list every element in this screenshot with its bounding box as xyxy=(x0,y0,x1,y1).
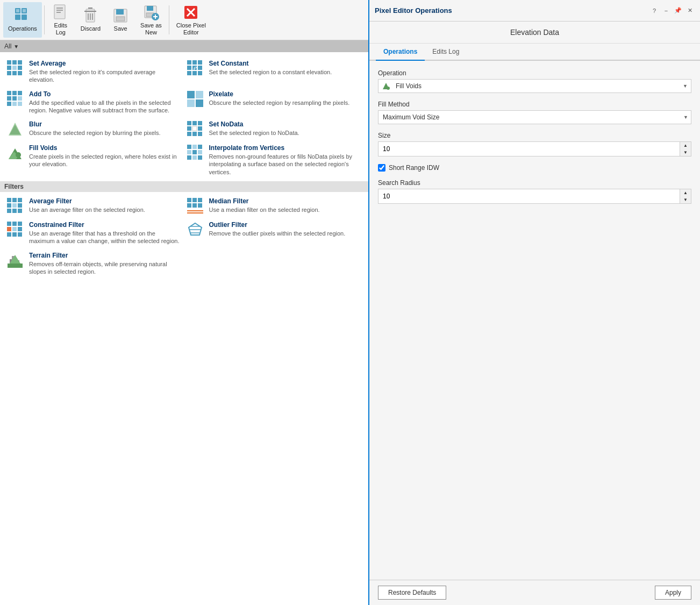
svg-rect-67 xyxy=(198,126,202,131)
svg-rect-58 xyxy=(187,99,195,107)
tab-edits-log[interactable]: Edits Log xyxy=(425,44,467,61)
svg-rect-34 xyxy=(7,71,11,75)
tabs: Operations Edits Log xyxy=(369,44,700,61)
help-button[interactable]: ? xyxy=(649,6,659,16)
size-input[interactable] xyxy=(378,142,680,156)
title-bar: Pixel Editor Operations ? − 📌 ✕ xyxy=(369,0,700,22)
svg-rect-107 xyxy=(12,232,17,237)
svg-rect-4 xyxy=(16,9,19,12)
all-bar[interactable]: All ▼ xyxy=(0,40,368,52)
svg-rect-80 xyxy=(187,155,191,160)
svg-rect-6 xyxy=(54,5,65,19)
save-as-new-icon xyxy=(142,4,160,21)
operation-select[interactable]: Fill Voids Set Average Set Constant Add … xyxy=(394,80,680,92)
interpolate-desc: Removes non-ground features or fills NoD… xyxy=(209,153,362,176)
restore-defaults-button[interactable]: Restore Defaults xyxy=(378,586,446,600)
pixelate-title: Pixelate xyxy=(209,90,362,98)
search-radius-label: Search Radius xyxy=(378,179,691,187)
op-outlier-filter[interactable]: Outlier Filter Remove the outlier pixels… xyxy=(184,218,365,248)
op-set-average[interactable]: Set Average Set the selected region to i… xyxy=(4,56,184,87)
svg-rect-51 xyxy=(12,96,17,101)
terrain-filter-title: Terrain Filter xyxy=(29,252,182,259)
size-label: Size xyxy=(378,132,691,139)
add-to-desc: Add the specified value to all the pixel… xyxy=(29,99,182,115)
svg-rect-31 xyxy=(7,66,11,70)
short-range-idw-row: Short Range IDW xyxy=(378,164,691,172)
set-nodata-text: Set NoData Set the selected region to No… xyxy=(209,120,362,137)
discard-button[interactable]: Discard xyxy=(76,2,105,38)
fill-method-field: Fill Method Maximum Void Size Natural Ne… xyxy=(378,101,691,124)
pixelate-desc: Obscure the selected region by resamplin… xyxy=(209,99,362,106)
interpolate-title: Interpolate from Vertices xyxy=(209,144,362,152)
svg-rect-30 xyxy=(18,60,22,65)
op-terrain-filter[interactable]: Terrain Filter Removes off-terrain objec… xyxy=(4,248,184,279)
op-constrained-filter[interactable]: Constrained Filter Use an average filter… xyxy=(4,218,184,248)
all-bar-label: All xyxy=(4,42,11,50)
separator-1 xyxy=(44,5,45,34)
set-average-icon xyxy=(6,60,24,77)
fill-method-select-wrapper: Maximum Void Size Natural Neighbor Krigi… xyxy=(378,110,691,124)
set-nodata-icon xyxy=(187,120,204,138)
title-bar-title: Pixel Editor Operations xyxy=(375,6,452,15)
op-add-to[interactable]: Add To Add the specified value to all th… xyxy=(4,87,184,118)
search-radius-spin-buttons: ▲ ▼ xyxy=(680,189,691,203)
interpolate-text: Interpolate from Vertices Removes non-gr… xyxy=(209,144,362,176)
svg-rect-81 xyxy=(192,155,197,160)
outlier-filter-text: Outlier Filter Remove the outlier pixels… xyxy=(209,221,362,237)
minimize-button[interactable]: − xyxy=(661,6,671,16)
svg-rect-90 xyxy=(12,209,17,213)
blur-text: Blur Obscure the selected region by blur… xyxy=(29,120,182,137)
add-to-title: Add To xyxy=(29,90,182,98)
svg-rect-101 xyxy=(12,222,17,226)
close-pixel-editor-button[interactable]: Close PixelEditor xyxy=(172,2,211,38)
search-radius-increment[interactable]: ▲ xyxy=(680,189,691,196)
set-constant-icon: e xyxy=(187,60,204,77)
op-median-filter[interactable]: Median Filter Use a median filter on the… xyxy=(184,194,365,218)
size-decrement[interactable]: ▼ xyxy=(680,149,691,156)
op-set-nodata[interactable]: Set NoData Set the selected region to No… xyxy=(184,117,365,141)
short-range-idw-label: Short Range IDW xyxy=(389,164,439,172)
svg-rect-47 xyxy=(7,91,11,95)
op-blur[interactable]: Blur Obscure the selected region by blur… xyxy=(4,117,184,141)
fill-voids-text: Fill Voids Create pixels in the selected… xyxy=(29,144,182,168)
fill-method-select[interactable]: Maximum Void Size Natural Neighbor Krigi… xyxy=(378,110,691,124)
svg-rect-39 xyxy=(198,60,202,65)
operation-label: Operation xyxy=(378,69,691,77)
svg-rect-83 xyxy=(7,198,11,202)
apply-button[interactable]: Apply xyxy=(655,586,691,600)
svg-rect-82 xyxy=(198,155,202,160)
svg-rect-68 xyxy=(187,132,191,136)
op-pixelate[interactable]: Pixelate Obscure the selected region by … xyxy=(184,87,365,118)
op-fill-voids[interactable]: Fill Voids Create pixels in the selected… xyxy=(4,141,184,179)
search-radius-decrement[interactable]: ▼ xyxy=(680,196,691,203)
constrained-filter-text: Constrained Filter Use an average filter… xyxy=(29,221,182,245)
svg-rect-52 xyxy=(18,96,22,101)
pin-button[interactable]: 📌 xyxy=(673,6,683,16)
search-radius-input[interactable] xyxy=(378,189,680,203)
constrained-filter-desc: Use an average filter that has a thresho… xyxy=(29,230,182,245)
save-button[interactable]: Save xyxy=(106,2,134,38)
svg-rect-86 xyxy=(7,203,11,208)
set-average-desc: Set the selected region to it's computed… xyxy=(29,68,182,84)
svg-rect-102 xyxy=(18,222,22,226)
operation-field: Operation Fill Voids Set Average Set Con… xyxy=(378,69,691,93)
svg-rect-37 xyxy=(187,60,191,65)
svg-rect-43 xyxy=(187,71,191,75)
operations-button[interactable]: Operations xyxy=(3,2,42,38)
svg-rect-87 xyxy=(12,203,17,208)
edits-log-button[interactable]: EditsLog xyxy=(47,2,75,38)
svg-rect-3 xyxy=(22,15,27,20)
svg-rect-79 xyxy=(198,150,202,154)
tab-operations[interactable]: Operations xyxy=(376,44,425,61)
svg-rect-104 xyxy=(12,227,17,231)
op-interpolate[interactable]: Interpolate from Vertices Removes non-gr… xyxy=(184,141,365,179)
op-average-filter[interactable]: Average Filter Use an average filter on … xyxy=(4,194,184,218)
save-as-new-button[interactable]: Save asNew xyxy=(135,2,167,38)
svg-rect-103 xyxy=(7,227,11,231)
size-increment[interactable]: ▲ xyxy=(680,142,691,149)
set-nodata-desc: Set the selected region to NoData. xyxy=(209,129,362,137)
op-set-constant[interactable]: e Set Constant Set the selected region t… xyxy=(184,56,365,87)
close-button[interactable]: ✕ xyxy=(685,6,695,16)
svg-rect-54 xyxy=(12,102,17,106)
short-range-idw-checkbox[interactable] xyxy=(378,164,385,172)
